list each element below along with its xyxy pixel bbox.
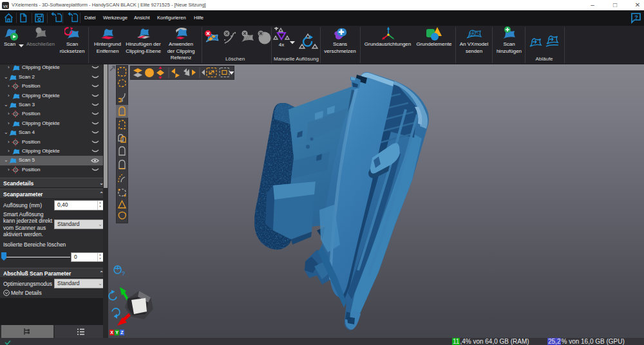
svg-text:?: ? [634,14,638,21]
svg-text:vx: vx [3,3,8,8]
svg-text:?: ? [122,270,125,277]
